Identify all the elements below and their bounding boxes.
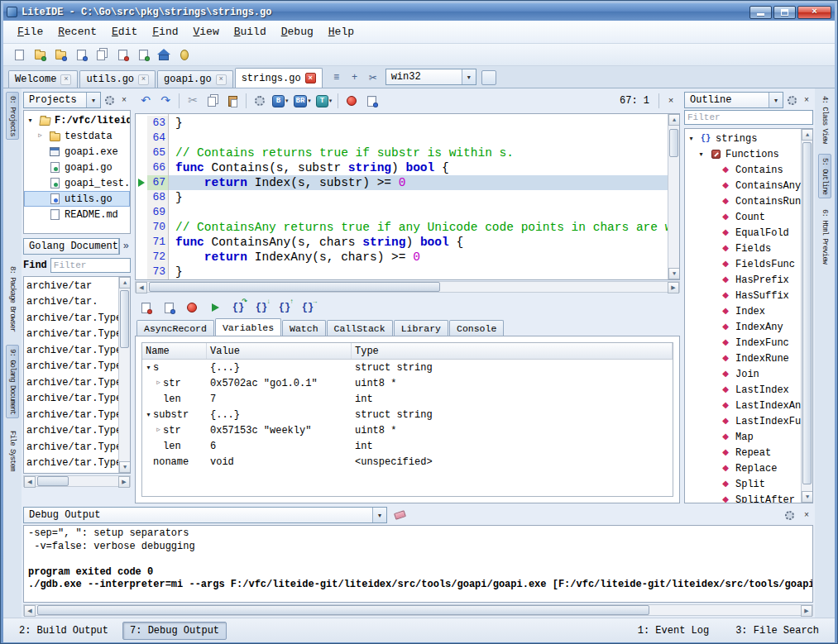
variables-row[interactable]: len6int <box>142 438 673 454</box>
outline-item-join[interactable]: ◆Join <box>685 366 801 382</box>
editor-gutter[interactable]: 6364656667686970717273 <box>136 114 169 279</box>
new-file-button[interactable] <box>10 45 28 64</box>
column-header-type[interactable]: Type <box>352 343 673 359</box>
scroll-left-icon[interactable]: ◀ <box>24 476 36 488</box>
titlebar[interactable]: LiteIDE - C:\Go\src\pkg\strings\strings.… <box>3 3 835 21</box>
build-action-br-button[interactable]: BR▾ <box>292 94 313 108</box>
output-view-combo[interactable]: Debug Output ▾ <box>23 507 387 523</box>
tab-close-icon[interactable]: × <box>138 74 149 85</box>
outline-item-fields[interactable]: ◆Fields <box>685 241 801 256</box>
debug-tab-library[interactable]: Library <box>394 320 448 336</box>
code-line[interactable]: } <box>169 265 668 279</box>
doc-list-item[interactable]: archive/tar. <box>24 294 118 311</box>
code-line[interactable]: func ContainsAny(s, chars string) bool { <box>169 235 668 250</box>
projects-view-combo[interactable]: Projects ▾ <box>23 92 101 108</box>
outline-item-fieldsfunc[interactable]: ◆FieldsFunc <box>685 256 801 272</box>
output-close-button[interactable]: × <box>800 508 813 522</box>
status-toggle-2-build-output[interactable]: 2: Build Output <box>12 622 116 640</box>
dropdown-arrow-icon[interactable]: ▾ <box>462 69 476 84</box>
outline-item-containsrune[interactable]: ◆ContainsRune <box>685 193 801 209</box>
gutter-row[interactable]: 63 <box>136 116 168 131</box>
projects-close-button[interactable]: × <box>117 93 131 107</box>
dock-toggle-4-class-view[interactable]: 4: Class View <box>818 92 831 147</box>
gutter-row[interactable]: 69 <box>136 205 168 220</box>
variables-row[interactable]: ▾substr{...}struct string <box>142 407 673 422</box>
scrollbar-thumb[interactable] <box>802 142 812 484</box>
project-tree-item-utils-go[interactable]: utils.go <box>24 191 130 207</box>
tab-welcome[interactable]: Welcome× <box>8 70 78 88</box>
variables-row[interactable]: ▾s{...}struct string <box>142 360 673 375</box>
outline-item-lastindex[interactable]: ◆LastIndex <box>685 382 801 398</box>
tab-close-icon[interactable]: × <box>305 73 316 83</box>
gutter-row[interactable]: 65 <box>136 145 168 160</box>
outline-item-strings[interactable]: ▾{}strings <box>685 131 801 146</box>
maximize-button[interactable] <box>773 6 796 19</box>
close-file-button[interactable] <box>113 45 132 64</box>
project-tree-item-readme-md[interactable]: README.md <box>24 207 130 222</box>
code-line[interactable] <box>169 205 668 220</box>
tab-close-icon[interactable]: × <box>60 74 71 85</box>
menu-item-build[interactable]: Build <box>227 22 274 41</box>
menu-item-debug[interactable]: Debug <box>274 22 321 41</box>
menu-item-view[interactable]: View <box>185 22 226 41</box>
scroll-down-icon[interactable]: ▼ <box>119 461 131 473</box>
dock-toggle-6-html-preview[interactable]: 6: Html Preview <box>818 205 831 268</box>
variables-row[interactable]: nonamevoid<unspecified> <box>142 454 673 470</box>
debug-tab-console[interactable]: Console <box>449 320 504 336</box>
scroll-down-icon[interactable]: ▼ <box>802 491 813 503</box>
open-file-list-icon[interactable]: ≡ <box>329 70 344 85</box>
open-folder-button[interactable] <box>31 45 49 64</box>
scroll-up-icon[interactable]: ▲ <box>119 277 131 289</box>
project-tree-item-testdata[interactable]: ▹testdata <box>24 128 130 144</box>
menu-item-edit[interactable]: Edit <box>104 22 145 41</box>
outline-item-functions[interactable]: ▾Functions <box>685 146 801 162</box>
doc-list-item[interactable]: archive/tar.TypeLink <box>24 391 118 408</box>
dock-toggle-8-package-browser[interactable]: 8: Package Browser <box>6 262 19 336</box>
reload-file-button[interactable] <box>134 45 152 64</box>
doc-list-horizontal-scrollbar[interactable]: ◀ ▶ <box>23 475 131 487</box>
expander-icon[interactable]: ▾ <box>144 412 153 418</box>
gutter-row[interactable]: 68 <box>136 190 168 205</box>
gutter-row[interactable]: 72 <box>136 250 168 265</box>
doc-list-item[interactable]: archive/tar.TypeXGlobalHeader <box>24 456 118 472</box>
doc-list-item[interactable]: archive/tar.TypeFifo <box>24 374 118 391</box>
status-toggle-7-debug-output[interactable]: 7: Debug Output <box>122 622 227 640</box>
dock-toggle-0-projects[interactable]: 0: Projects <box>6 92 19 140</box>
expander-icon[interactable]: ▹ <box>154 379 163 387</box>
gutter-row[interactable]: 64 <box>136 131 168 145</box>
dropdown-arrow-icon[interactable]: ▾ <box>329 98 333 104</box>
outline-item-contains[interactable]: ◆Contains <box>685 162 801 178</box>
menu-item-recent[interactable]: Recent <box>50 22 104 41</box>
menu-item-find[interactable]: Find <box>145 22 185 41</box>
split-editor-icon[interactable]: + <box>347 70 362 85</box>
doc-list-item[interactable]: archive/tar.TypeDir <box>24 359 118 375</box>
outline-vertical-scrollbar[interactable]: ▲ ▼ <box>801 129 812 503</box>
outline-item-equalfold[interactable]: ◆EqualFold <box>685 225 801 241</box>
clear-output-button[interactable] <box>391 508 408 522</box>
undo-button[interactable]: ↶ <box>136 92 155 110</box>
scrollbar-thumb[interactable] <box>120 290 129 348</box>
bug-button[interactable] <box>175 45 194 64</box>
dropdown-arrow-icon[interactable]: ▾ <box>118 239 120 254</box>
code-line[interactable]: } <box>169 190 668 205</box>
code-line[interactable]: return IndexAny(s, chars) >= 0 <box>169 250 668 265</box>
variables-row[interactable]: len7int <box>142 391 673 407</box>
doc-list-item[interactable]: archive/tar.TypeRegA <box>24 423 118 440</box>
expander-icon[interactable]: ▾ <box>697 151 706 158</box>
step-over-button[interactable]: {}↷ <box>229 298 247 317</box>
doc-list-item[interactable]: archive/tar.TypeReg <box>24 407 118 423</box>
scroll-left-icon[interactable]: ◀ <box>24 605 36 617</box>
export-log-button[interactable] <box>160 298 178 317</box>
code-area[interactable]: } // Contains returns true if substr is … <box>169 114 668 279</box>
target-options-button[interactable] <box>481 70 496 85</box>
build-action-b-button[interactable]: B▾ <box>271 94 290 108</box>
copy-button[interactable] <box>204 92 222 110</box>
overflow-chevron-icon[interactable]: » <box>122 241 131 252</box>
gutter-row[interactable]: 66 <box>136 160 168 175</box>
projects-menu-button[interactable] <box>103 93 116 107</box>
step-into-button[interactable]: {}↓ <box>252 298 271 317</box>
scroll-right-icon[interactable]: ▶ <box>801 605 812 617</box>
paste-button[interactable] <box>223 92 242 110</box>
variables-row[interactable]: ▹str0x57153c "weekly"uint8 * <box>142 422 673 438</box>
dropdown-arrow-icon[interactable]: ▾ <box>86 93 100 107</box>
